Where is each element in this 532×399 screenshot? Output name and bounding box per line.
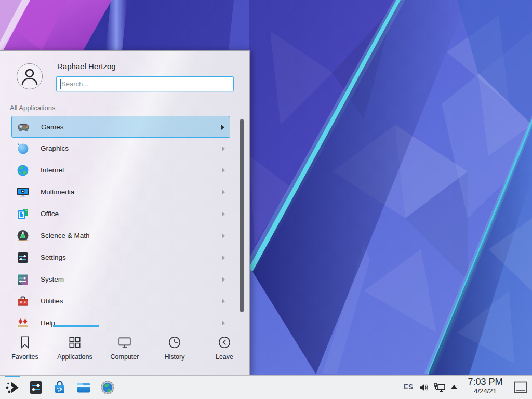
keyboard-layout-indicator[interactable]: ES bbox=[404, 383, 413, 391]
globe-icon bbox=[16, 164, 30, 177]
header-divider bbox=[0, 97, 249, 97]
category-multimedia[interactable]: Multimedia bbox=[11, 181, 230, 203]
app-grid-icon bbox=[68, 335, 82, 350]
tab-history[interactable]: History bbox=[150, 327, 200, 375]
gamepad-icon bbox=[17, 121, 30, 134]
category-internet[interactable]: Internet bbox=[11, 159, 230, 181]
show-desktop-icon bbox=[514, 381, 527, 394]
toolbox-icon bbox=[16, 295, 30, 308]
submenu-arrow-icon bbox=[222, 233, 225, 238]
desktop: Raphael Hertzog All Applications bbox=[0, 0, 532, 399]
submenu-arrow-icon bbox=[222, 277, 225, 282]
application-launcher-menu: Raphael Hertzog All Applications bbox=[0, 50, 250, 375]
category-settings[interactable]: Settings bbox=[11, 247, 230, 269]
user-avatar[interactable] bbox=[17, 63, 43, 89]
category-list: Games Graphics bbox=[0, 116, 239, 327]
system-sliders-icon bbox=[16, 273, 30, 286]
launcher-header: Raphael Hertzog bbox=[0, 51, 249, 97]
globe-gear-icon bbox=[99, 379, 116, 396]
category-help[interactable]: Help bbox=[11, 312, 230, 327]
tab-favorites[interactable]: Favorites bbox=[0, 327, 50, 375]
network-icon[interactable] bbox=[433, 382, 446, 394]
category-science-math[interactable]: Science & Math bbox=[11, 225, 230, 247]
submenu-arrow-icon bbox=[222, 211, 225, 217]
taskbar: ES 7:03 PM 4/24/21 bbox=[0, 375, 532, 399]
clock-time: 7:03 PM bbox=[461, 377, 509, 388]
task-system-settings[interactable] bbox=[28, 376, 46, 399]
task-discover[interactable] bbox=[51, 376, 70, 399]
application-launcher-button[interactable] bbox=[3, 376, 22, 399]
help-icon bbox=[16, 316, 30, 327]
sliders-icon bbox=[16, 251, 30, 264]
system-settings-icon bbox=[28, 379, 44, 396]
flask-icon bbox=[16, 229, 30, 243]
show-desktop-button[interactable] bbox=[512, 376, 528, 399]
search-field[interactable] bbox=[56, 76, 234, 91]
category-system[interactable]: System bbox=[11, 269, 230, 290]
kde-launcher-icon bbox=[4, 379, 21, 396]
submenu-arrow-icon bbox=[222, 321, 225, 326]
leave-icon bbox=[217, 335, 232, 350]
active-indicator bbox=[5, 376, 20, 377]
submenu-arrow-icon bbox=[221, 125, 224, 130]
sphere-icon bbox=[16, 142, 30, 155]
search-input[interactable] bbox=[61, 77, 228, 90]
tab-applications[interactable]: Applications bbox=[50, 327, 100, 375]
category-graphics[interactable]: Graphics bbox=[11, 138, 230, 159]
digital-clock[interactable]: 7:03 PM 4/24/21 bbox=[461, 377, 509, 395]
category-games[interactable]: Games bbox=[11, 116, 230, 138]
clock-date: 4/24/21 bbox=[461, 388, 509, 395]
task-web-browser[interactable] bbox=[99, 376, 118, 399]
user-name: Raphael Hertzog bbox=[57, 62, 116, 71]
submenu-arrow-icon bbox=[222, 255, 225, 260]
software-center-bag-icon bbox=[51, 379, 68, 396]
person-icon bbox=[17, 64, 42, 89]
submenu-arrow-icon bbox=[222, 299, 225, 304]
launcher-tabbar: Favorites Applications Computer bbox=[0, 327, 249, 375]
folder-icon bbox=[75, 379, 92, 396]
text-caret bbox=[60, 79, 61, 89]
volume-icon[interactable] bbox=[419, 382, 429, 393]
monitor-play-icon bbox=[16, 185, 30, 199]
tab-leave[interactable]: Leave bbox=[200, 327, 249, 375]
category-utilities[interactable]: Utilities bbox=[11, 290, 230, 312]
task-file-manager[interactable] bbox=[75, 376, 94, 399]
submenu-arrow-icon bbox=[222, 190, 225, 195]
documents-icon bbox=[16, 207, 30, 221]
computer-icon bbox=[117, 335, 132, 350]
tab-computer[interactable]: Computer bbox=[100, 327, 150, 375]
submenu-arrow-icon bbox=[222, 146, 225, 151]
category-office[interactable]: Office bbox=[11, 203, 230, 225]
scrollbar-thumb[interactable] bbox=[240, 119, 244, 312]
submenu-arrow-icon bbox=[222, 168, 225, 173]
history-clock-icon bbox=[167, 335, 182, 350]
expand-tray-icon[interactable] bbox=[449, 383, 459, 391]
bookmark-icon bbox=[18, 335, 32, 350]
section-label: All Applications bbox=[10, 104, 55, 112]
